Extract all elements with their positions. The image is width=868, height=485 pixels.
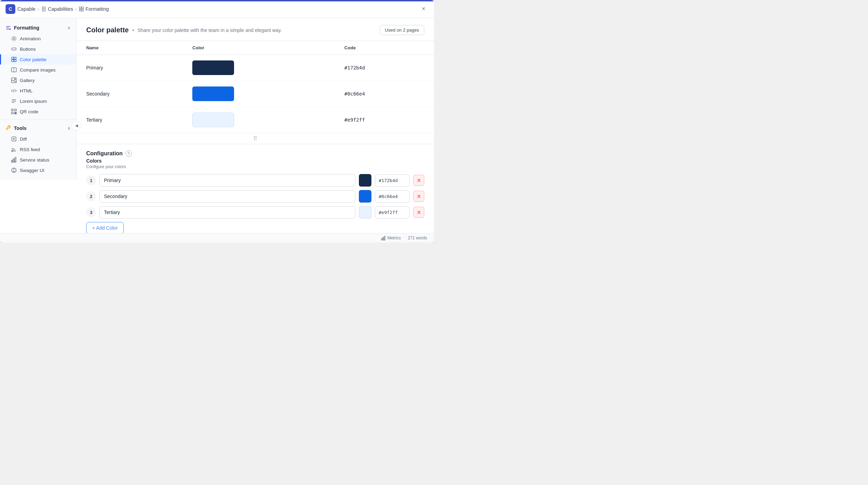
breadcrumb-sep-1: › [38,6,39,12]
color-name-input-3[interactable] [99,206,355,219]
color-config-row-1: 1 ✕ [86,174,424,187]
color-row-num-2: 2 [86,191,96,201]
word-count: 271 words [408,236,427,240]
app-logo: C [6,4,15,14]
color-delete-button-3[interactable]: ✕ [413,207,424,218]
colors-sublabel: Configure your colors [86,164,424,169]
tertiary-color-swatch[interactable] [192,113,234,127]
svg-rect-14 [12,60,14,62]
sidebar-section-formatting[interactable]: Formatting ∧ [0,22,76,33]
color-picker-3[interactable] [359,206,371,219]
sidebar-item-animation[interactable]: Animation [0,33,76,44]
svg-rect-29 [16,113,16,114]
sidebar-section-tools[interactable]: Tools ∧ [0,123,76,134]
add-color-button[interactable]: + Add Color [86,222,124,233]
metrics-status-item: Metrics [381,236,401,240]
used-on-pages-button[interactable]: Used on 2 pages [380,25,424,35]
color-name-input-2[interactable] [99,190,355,203]
svg-rect-40 [383,237,384,240]
color-config-row-2: 2 ✕ [86,190,424,203]
svg-rect-39 [381,238,382,240]
primary-color-swatch[interactable] [192,60,234,75]
svg-rect-35 [13,159,14,162]
gallery-icon [11,77,17,83]
svg-point-8 [9,28,11,30]
row-secondary-color[interactable] [183,81,335,107]
svg-point-9 [13,38,15,40]
metrics-icon [381,236,386,240]
breadcrumb-formatting[interactable]: Formatting [79,6,109,12]
sidebar-divider [0,120,76,120]
content-area: Color palette • Share your color palette… [77,18,434,233]
svg-point-33 [12,151,13,152]
color-palette-icon [11,57,17,62]
colors-configuration: Colors Configure your colors 1 ✕ 2 ✕ [77,158,434,233]
row-secondary-name: Secondary [77,81,183,107]
sidebar-item-gallery[interactable]: Gallery [0,75,76,85]
svg-rect-13 [14,57,16,59]
metrics-label: Metrics [387,236,401,240]
section2-chevron-icon: ∧ [67,126,71,131]
sidebar-item-compare-images[interactable]: Compare images [0,65,76,75]
color-picker-1[interactable] [359,174,371,187]
svg-rect-6 [79,9,81,11]
close-button[interactable]: × [419,4,428,14]
sidebar-item-color-palette[interactable]: Color palette [0,54,76,65]
row-tertiary-color[interactable] [183,107,335,133]
row-primary-code: #172b4d [335,55,434,81]
svg-rect-23 [11,109,13,111]
svg-rect-24 [15,109,16,111]
table-row: Tertiary #e9f2ff [77,107,434,133]
title-bar: C Capable › Capabilities › Formatting × [0,0,434,18]
svg-rect-11 [12,48,16,50]
color-name-input-1[interactable] [99,174,355,187]
breadcrumb-sep-2: › [75,6,77,12]
configuration-help-icon[interactable]: ? [126,150,132,157]
content-header: Color palette • Share your color palette… [77,18,434,41]
row-primary-color[interactable] [183,55,335,81]
color-row-num-1: 1 [86,175,96,185]
table-row: Primary #172b4d [77,55,434,81]
color-delete-button-1[interactable]: ✕ [413,175,424,186]
compare-images-icon [11,67,17,73]
swagger-icon [11,167,17,173]
row-secondary-code: #0c66e4 [335,81,434,107]
row-tertiary-name: Tertiary [77,107,183,133]
breadcrumb: C Capable › Capabilities › Formatting [6,4,109,14]
sidebar-collapse-button[interactable]: ◀ [72,121,81,131]
word-count-status-item: 271 words [408,236,427,240]
svg-rect-25 [11,112,13,114]
breadcrumb-capable[interactable]: Capable [17,6,35,12]
sidebar-wrapper: Formatting ∧ Animation Buttons Color pal… [0,18,77,233]
color-delete-button-2[interactable]: ✕ [413,191,424,202]
secondary-color-swatch[interactable] [192,87,234,101]
qr-code-icon [11,109,17,114]
page-subtitle: Share your color palette with the team i… [137,27,282,33]
buttons-icon [11,46,17,52]
status-bar: Metrics 271 words [0,233,434,243]
sidebar-item-diff[interactable]: Diff [0,134,76,144]
color-picker-2[interactable] [359,190,371,203]
document-icon [41,7,46,11]
color-hex-input-2[interactable] [375,190,410,203]
svg-point-19 [15,79,16,80]
color-hex-input-3[interactable] [375,206,410,219]
breadcrumb-capabilities[interactable]: Capabilities [41,6,73,12]
svg-rect-15 [14,60,16,62]
drag-handle-row: ⠿ [77,133,434,144]
drag-handle-icon[interactable]: ⠿ [86,135,424,142]
lorem-ipsum-icon [11,98,17,104]
sidebar-item-buttons[interactable]: Buttons [0,44,76,54]
sidebar-item-swagger-ui[interactable]: Swagger UI [0,165,76,175]
sidebar-item-rss-feed[interactable]: RSS feed [0,144,76,155]
diff-icon [11,136,17,142]
color-hex-input-1[interactable] [375,174,410,187]
sidebar-item-service-status[interactable]: Service status [0,155,76,165]
sidebar-item-html[interactable]: HTML [0,85,76,96]
configuration-title: Configuration [86,150,123,157]
sidebar: Formatting ∧ Animation Buttons Color pal… [0,18,77,180]
sidebar-item-qr-code[interactable]: QR code [0,106,76,117]
col-header-name: Name [77,41,183,55]
service-status-icon [11,157,17,163]
sidebar-item-lorem-ipsum[interactable]: Lorem ipsum [0,96,76,106]
